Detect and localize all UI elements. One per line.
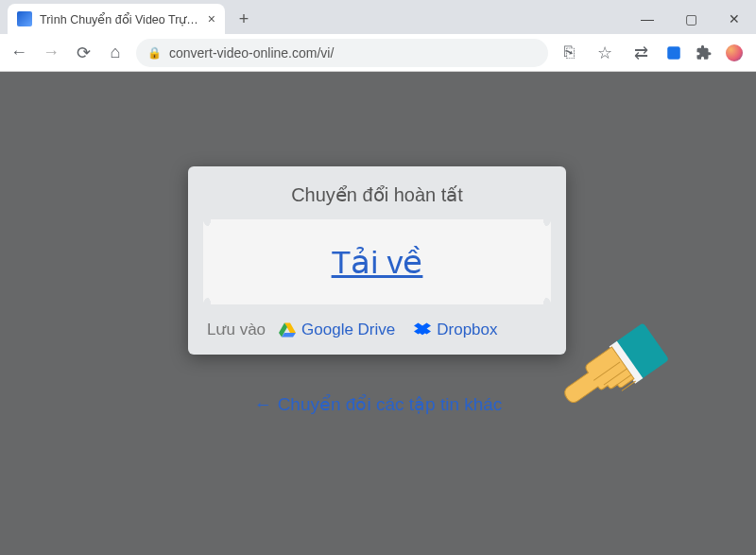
minimize-button[interactable]: — [626, 4, 669, 34]
home-button[interactable]: ⌂ [104, 43, 127, 62]
dropbox-label: Dropbox [437, 321, 497, 339]
card-title: Chuyển đổi hoàn tất [203, 183, 551, 206]
close-tab-icon[interactable]: × [208, 11, 215, 26]
extension-icon[interactable] [665, 44, 682, 61]
convert-more-link[interactable]: ←Chuyển đổi các tập tin khác [254, 394, 503, 414]
profile-avatar[interactable] [726, 44, 743, 61]
browser-chrome: Trình Chuyển đổi Video Trực tuyế × + — ▢… [0, 0, 756, 72]
google-drive-label: Google Drive [301, 321, 395, 339]
browser-tab[interactable]: Trình Chuyển đổi Video Trực tuyế × [8, 4, 225, 34]
forward-button[interactable]: → [40, 43, 62, 62]
arrow-left-icon: ← [254, 394, 272, 414]
dropbox-icon [414, 321, 431, 338]
maximize-button[interactable]: ▢ [669, 4, 713, 34]
tab-title: Trình Chuyển đổi Video Trực tuyế [40, 12, 200, 26]
dropbox-button[interactable]: Dropbox [414, 321, 497, 339]
google-drive-icon [279, 321, 296, 338]
convert-more-link-wrap: ←Chuyển đổi các tập tin khác [0, 393, 756, 415]
svg-rect-2 [610, 341, 644, 384]
toolbar: ← → ⟳ ⌂ 🔒 convert-video-online.com/vi/ ⎘… [0, 34, 756, 72]
url-text: convert-video-online.com/vi/ [169, 45, 334, 61]
titlebar: Trình Chuyển đổi Video Trực tuyế × + — ▢… [0, 0, 756, 34]
back-button[interactable]: ← [8, 43, 30, 62]
google-drive-button[interactable]: Google Drive [279, 321, 395, 339]
svg-rect-1 [610, 322, 669, 382]
new-tab-button[interactable]: + [231, 6, 257, 32]
window-controls: — ▢ ✕ [626, 4, 756, 34]
conversion-complete-card: Chuyển đổi hoàn tất Tải về Lưu vào Googl… [188, 166, 566, 355]
save-row: Lưu vào Google Drive Dropbox [203, 318, 551, 341]
extension-area: ⎘ ☆ ⇄ [558, 43, 748, 63]
reload-button[interactable]: ⟳ [72, 43, 94, 63]
translate-icon[interactable]: ⇄ [629, 43, 652, 63]
convert-more-text: Chuyển đổi các tập tin khác [278, 394, 503, 414]
download-link[interactable]: Tải về [332, 243, 423, 281]
puzzle-icon[interactable] [696, 44, 713, 61]
lock-icon: 🔒 [147, 46, 162, 60]
page-content: Chuyển đổi hoàn tất Tải về Lưu vào Googl… [0, 72, 756, 555]
star-icon[interactable]: ☆ [593, 43, 616, 63]
svg-rect-0 [667, 46, 680, 60]
close-window-button[interactable]: ✕ [713, 4, 756, 34]
download-box: Tải về [203, 219, 551, 304]
save-label: Lưu vào [207, 320, 266, 339]
favicon-icon [17, 11, 32, 26]
address-bar[interactable]: 🔒 convert-video-online.com/vi/ [136, 39, 548, 67]
share-icon[interactable]: ⎘ [558, 43, 580, 62]
